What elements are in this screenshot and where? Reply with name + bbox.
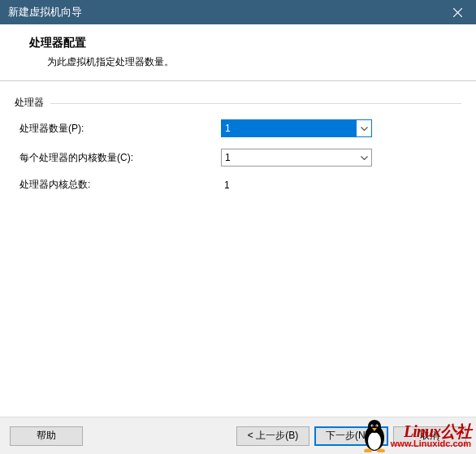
combo-processor-count[interactable]: 1 <box>221 119 372 137</box>
cancel-button[interactable]: 取消 <box>393 426 466 446</box>
combo-value: 1 <box>222 120 357 136</box>
label-cores-per-processor: 每个处理器的内核数量(C): <box>19 151 221 165</box>
label-processor-count: 处理器数量(P): <box>19 122 221 136</box>
close-button[interactable] <box>439 0 476 24</box>
combo-cores-per-processor[interactable]: 1 <box>221 149 372 166</box>
window-title: 新建虚拟机向导 <box>8 5 439 19</box>
row-processor-count: 处理器数量(P): 1 <box>15 119 461 137</box>
wizard-header: 处理器配置 为此虚拟机指定处理器数量。 <box>0 24 476 81</box>
back-button[interactable]: < 上一步(B) <box>236 426 309 446</box>
help-button[interactable]: 帮助 <box>10 426 83 446</box>
group-label-processors: 处理器 <box>15 96 461 110</box>
value-total-cores: 1 <box>221 179 230 191</box>
wizard-footer: 帮助 < 上一步(B) 下一步(N) > 取消 <box>0 417 476 454</box>
next-button[interactable]: 下一步(N) > <box>314 426 388 446</box>
page-subtitle: 为此虚拟机指定处理器数量。 <box>18 55 476 69</box>
close-icon <box>453 8 462 17</box>
page-title: 处理器配置 <box>18 36 476 50</box>
label-total-cores: 处理器内核总数: <box>19 178 221 192</box>
row-total-cores: 处理器内核总数: 1 <box>15 178 461 192</box>
titlebar: 新建虚拟机向导 <box>0 0 476 24</box>
combo-value: 1 <box>222 149 357 166</box>
row-cores-per-processor: 每个处理器的内核数量(C): 1 <box>15 149 461 166</box>
content-area: 处理器 处理器数量(P): 1 每个处理器的内核数量(C): 1 处理器内核总数… <box>0 81 476 192</box>
chevron-down-icon <box>357 120 371 136</box>
chevron-down-icon <box>357 149 371 166</box>
